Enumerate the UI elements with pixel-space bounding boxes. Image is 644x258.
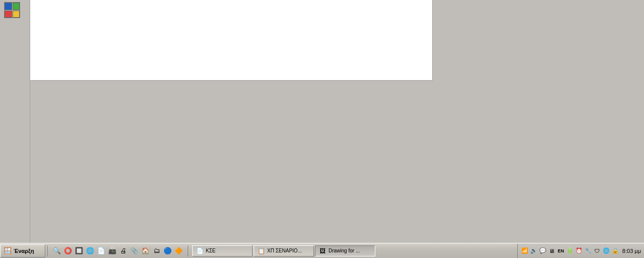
- taskbar-tasks: 📄 ΚΣΕ 📋 ΧΠ ΣΕΝΑΡΙΟ... 🖼 Drawing for ...: [190, 245, 516, 256]
- tray-clock-icon[interactable]: ⏰: [575, 247, 583, 255]
- ql-icon-9[interactable]: 🏠: [140, 246, 150, 256]
- ql-icon-6[interactable]: 📠: [107, 246, 117, 256]
- left-panel: [0, 0, 30, 243]
- task-kse-icon: 📄: [196, 247, 204, 255]
- task-scenario[interactable]: 📋 ΧΠ ΣΕΝΑΡΙΟ...: [254, 245, 314, 256]
- tray-sound-icon[interactable]: 🔊: [530, 247, 538, 255]
- ql-icon-4[interactable]: 🌐: [85, 246, 95, 256]
- task-scenario-label: ΧΠ ΣΕΝΑΡΙΟ...: [267, 248, 302, 253]
- ql-icon-8[interactable]: 📎: [129, 246, 139, 256]
- task-drawing-label: Drawing for ...: [329, 248, 360, 253]
- system-tray: 📶 🔊 💬 🖥 EN 🔋 ⏰ 🔧 🛡 🌐 🔒 8:03 μμ: [517, 244, 644, 258]
- desktop: [0, 0, 644, 243]
- taskbar: 🪟 Έναρξη 🔍 ⭕ 🔲 🌐 📄 📠 🖨 📎 🏠 🗂 🔵 🔶 📄 ΚΣΕ 📋…: [0, 243, 644, 258]
- ql-icon-5[interactable]: 📄: [96, 246, 106, 256]
- system-clock: 8:03 μμ: [622, 248, 641, 254]
- ql-icon-3[interactable]: 🔲: [74, 246, 84, 256]
- task-kse[interactable]: 📄 ΚΣΕ: [192, 245, 253, 256]
- tray-globe-icon[interactable]: 🌐: [602, 247, 610, 255]
- tray-lang-icon[interactable]: EN: [557, 247, 565, 255]
- ql-icon-10[interactable]: 🗂: [151, 246, 162, 256]
- ql-icon-12[interactable]: 🔶: [174, 246, 184, 256]
- ql-icon-11[interactable]: 🔵: [163, 246, 173, 256]
- tray-power-icon[interactable]: 🔋: [566, 247, 574, 255]
- tray-network-icon[interactable]: 📶: [521, 247, 529, 255]
- document-canvas: [30, 0, 433, 81]
- start-label: Έναρξη: [14, 248, 34, 254]
- start-button[interactable]: 🪟 Έναρξη: [0, 244, 45, 257]
- quick-launch-bar: 🔍 ⭕ 🔲 🌐 📄 📠 🖨 📎 🏠 🗂 🔵 🔶: [50, 246, 186, 256]
- tasks-separator: [188, 245, 188, 256]
- quick-launch-separator: [47, 245, 48, 256]
- start-icon: 🪟: [4, 247, 12, 254]
- app-icon[interactable]: [4, 2, 20, 18]
- task-kse-label: ΚΣΕ: [206, 248, 216, 253]
- ql-icon-1[interactable]: 🔍: [52, 246, 62, 256]
- tray-settings-icon[interactable]: 🔧: [584, 247, 592, 255]
- ql-icon-2[interactable]: ⭕: [63, 246, 73, 256]
- tray-msg-icon[interactable]: 💬: [539, 247, 547, 255]
- tray-shield-icon[interactable]: 🛡: [593, 247, 601, 255]
- tray-lock-icon[interactable]: 🔒: [611, 247, 619, 255]
- task-scenario-icon: 📋: [257, 247, 265, 255]
- task-drawing-icon: 🖼: [318, 247, 327, 255]
- tray-display-icon[interactable]: 🖥: [548, 247, 556, 255]
- ql-icon-7[interactable]: 🖨: [118, 246, 128, 256]
- task-drawing[interactable]: 🖼 Drawing for ...: [315, 245, 375, 256]
